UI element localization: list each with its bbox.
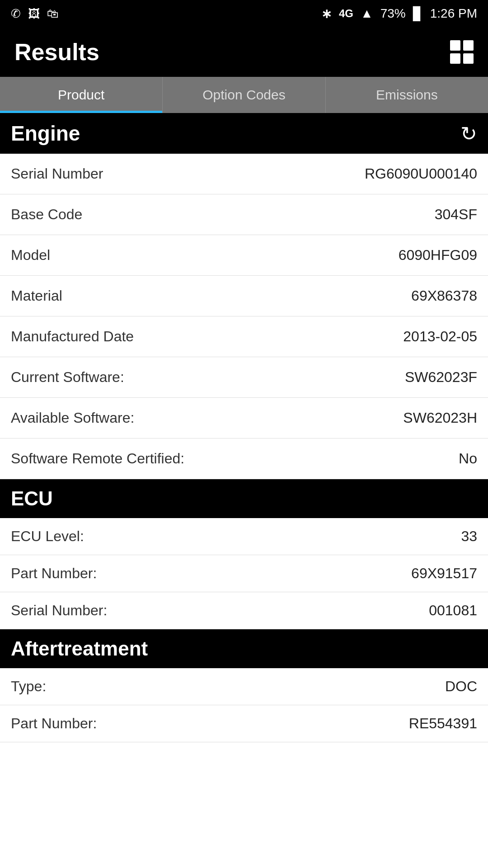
software-remote-label: Software Remote Certified:	[11, 450, 184, 467]
tab-bar: Product Option Codes Emissions	[0, 77, 488, 113]
aftertreatment-fields: Type: DOC Part Number: RE554391	[0, 668, 488, 742]
aftertreatment-type-label: Type:	[11, 678, 46, 695]
serial-number-value: RG6090U000140	[365, 165, 477, 182]
table-row: Part Number: 69X91517	[0, 555, 488, 592]
manufactured-date-value: 2013-02-05	[403, 328, 477, 345]
ecu-serial-number-value: 001081	[429, 602, 477, 619]
signal-icon: ▲	[361, 6, 373, 21]
refresh-icon[interactable]: ↻	[460, 122, 477, 145]
aftertreatment-part-number-value: RE554391	[409, 715, 477, 732]
status-bar: ✆ 🖼 🛍 ∗ 4G ▲ 73% ▊ 1:26 PM	[0, 0, 488, 27]
ecu-fields: ECU Level: 33 Part Number: 69X91517 Seri…	[0, 518, 488, 629]
ecu-level-label: ECU Level:	[11, 528, 84, 545]
available-software-value: SW62023H	[403, 410, 477, 426]
bag-icon: 🛍	[47, 7, 59, 21]
grid-icon-cell	[450, 53, 460, 64]
current-software-value: SW62023F	[405, 369, 477, 386]
material-label: Material	[11, 288, 62, 304]
table-row: Material 69X86378	[0, 276, 488, 316]
app-bar: Results	[0, 27, 488, 77]
ecu-part-number-label: Part Number:	[11, 565, 97, 582]
table-row: Available Software: SW62023H	[0, 398, 488, 439]
table-row: Type: DOC	[0, 668, 488, 705]
model-label: Model	[11, 247, 50, 264]
network-type: 4G	[339, 7, 353, 20]
aftertreatment-section-header: Aftertreatment	[0, 629, 488, 668]
ecu-section-header: ECU	[0, 479, 488, 518]
engine-fields: Serial Number RG6090U000140 Base Code 30…	[0, 154, 488, 479]
model-value: 6090HFG09	[399, 247, 477, 264]
aftertreatment-type-value: DOC	[445, 678, 477, 695]
time-display: 1:26 PM	[430, 6, 477, 21]
app-bar-title: Results	[14, 38, 99, 66]
engine-title: Engine	[11, 121, 80, 146]
table-row: Model 6090HFG09	[0, 235, 488, 276]
table-row: Base Code 304SF	[0, 194, 488, 235]
ecu-title: ECU	[11, 487, 53, 510]
table-row: Part Number: RE554391	[0, 705, 488, 742]
table-row: Serial Number: 001081	[0, 592, 488, 629]
manufactured-date-label: Manufactured Date	[11, 328, 134, 345]
table-row: ECU Level: 33	[0, 518, 488, 555]
grid-icon-cell	[450, 40, 460, 51]
software-remote-value: No	[459, 450, 477, 467]
table-row: Serial Number RG6090U000140	[0, 154, 488, 194]
grid-icon-cell	[463, 53, 474, 64]
table-row: Software Remote Certified: No	[0, 439, 488, 479]
base-code-value: 304SF	[435, 206, 477, 223]
tab-option-codes[interactable]: Option Codes	[163, 77, 325, 113]
battery-percent: 73%	[380, 6, 406, 21]
missed-call-icon: ✆	[11, 7, 21, 21]
aftertreatment-part-number-label: Part Number:	[11, 715, 97, 732]
tab-product[interactable]: Product	[0, 77, 163, 113]
current-software-label: Current Software:	[11, 369, 124, 386]
aftertreatment-title: Aftertreatment	[11, 637, 148, 660]
status-right-icons: ∗ 4G ▲ 73% ▊ 1:26 PM	[321, 6, 477, 21]
ecu-level-value: 33	[461, 528, 477, 545]
content-area: Engine ↻ Serial Number RG6090U000140 Bas…	[0, 113, 488, 742]
status-left-icons: ✆ 🖼 🛍	[11, 7, 59, 21]
image-icon: 🖼	[28, 7, 40, 21]
material-value: 69X86378	[411, 288, 477, 304]
table-row: Manufactured Date 2013-02-05	[0, 316, 488, 357]
grid-icon-cell	[463, 40, 474, 51]
table-row: Current Software: SW62023F	[0, 357, 488, 398]
ecu-part-number-value: 69X91517	[411, 565, 477, 582]
tab-emissions[interactable]: Emissions	[326, 77, 488, 113]
battery-icon: ▊	[413, 6, 423, 21]
bluetooth-icon: ∗	[321, 6, 332, 21]
base-code-label: Base Code	[11, 206, 82, 223]
serial-number-label: Serial Number	[11, 165, 103, 182]
engine-section-header: Engine ↻	[0, 113, 488, 154]
available-software-label: Available Software:	[11, 410, 134, 426]
ecu-serial-number-label: Serial Number:	[11, 602, 107, 619]
grid-view-button[interactable]	[450, 40, 474, 64]
